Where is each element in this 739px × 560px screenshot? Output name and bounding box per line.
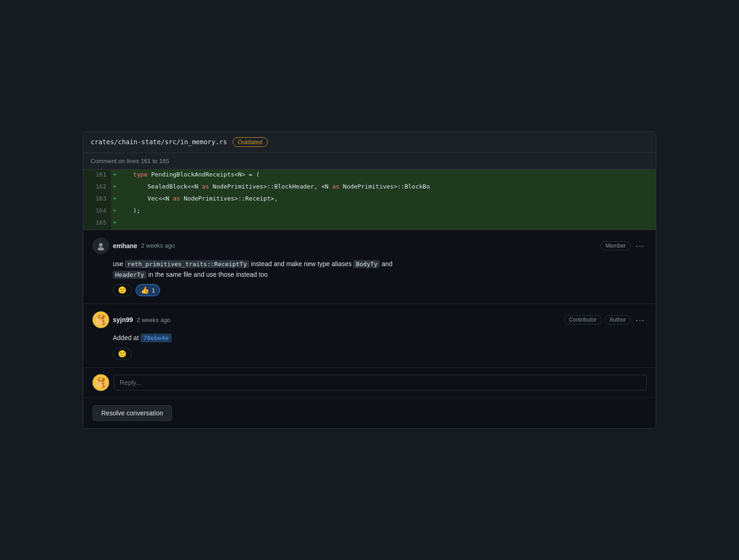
code-block: 161 + type PendingBlockAndReceipts<N> = … [83,170,656,230]
code-line-163: 163 + Vec<<N as NodePrimitives>::Receipt… [83,194,656,206]
code-line-165: 165 + [83,218,656,230]
time-syjn99: 2 weeks ago [137,317,171,323]
body-syjn99: Added at 78ebe4e [113,333,647,343]
code-line-162: 162 + SealedBlock<<N as NodePrimitives>:… [83,182,656,194]
reaction-emoji-btn[interactable]: 🙂 [113,284,132,296]
badge-contributor: Contributor [564,315,602,324]
resolve-section: Resolve conversation [83,398,656,428]
svg-point-1 [98,247,104,250]
reaction-emoji-btn-2[interactable]: 🙂 [113,348,132,360]
review-container: crates/chain-state/src/in_memory.rs Outd… [83,131,656,429]
badge-author: Author [604,315,631,324]
line-code-164: ); [122,206,656,218]
avatar-emhane [92,237,109,254]
commit-link[interactable]: 78ebe4e [141,334,172,342]
outdated-badge: Outdated [233,137,268,147]
line-num-164: 164 [83,206,111,218]
comment-meta-syjn99: 🥞 syjn99 2 weeks ago [92,311,171,328]
badges-emhane: Member ··· [600,240,647,251]
comment-header-emhane: emhane 2 weeks ago Member ··· [92,237,647,254]
reply-section: 🥞 [83,368,656,398]
line-code-163: Vec<<N as NodePrimitives>::Receipt>, [122,194,656,206]
comment-header-syjn99: 🥞 syjn99 2 weeks ago Contributor Author … [92,311,647,328]
resolve-conversation-button[interactable]: Resolve conversation [92,405,172,421]
more-options-syjn99[interactable]: ··· [634,315,647,325]
line-code-162: SealedBlock<<N as NodePrimitives>::Block… [122,182,656,194]
comment-meta-emhane: emhane 2 weeks ago [92,237,175,254]
reactions-emhane: 🙂 👍 1 [113,284,647,296]
lines-comment-label: Comment on lines 161 to 165 [83,153,656,170]
badges-syjn99: Contributor Author ··· [564,315,647,325]
more-options-emhane[interactable]: ··· [634,240,647,251]
code-bodyty: BodyTy [353,260,380,268]
line-code-165 [122,218,656,230]
file-path: crates/chain-state/src/in_memory.rs [91,138,227,146]
time-emhane: 2 weeks ago [141,242,175,249]
reaction-count: 1 [152,287,155,294]
line-ind-162: + [111,182,122,194]
reaction-thumbsup-btn[interactable]: 👍 1 [135,284,160,296]
line-ind-165: + [111,218,122,230]
badge-member: Member [600,241,631,250]
body-emhane: use reth_primitives_traits::ReceiptTy in… [113,259,647,280]
comment-emhane: emhane 2 weeks ago Member ··· use reth_p… [83,230,656,304]
svg-point-0 [99,243,103,247]
author-syjn99: syjn99 [113,316,133,323]
smiley-icon-2: 🙂 [118,350,127,358]
line-num-163: 163 [83,194,111,206]
reply-input[interactable] [114,375,647,390]
line-ind-161: + [111,170,122,182]
line-num-165: 165 [83,218,111,230]
code-line-161: 161 + type PendingBlockAndReceipts<N> = … [83,170,656,182]
file-header: crates/chain-state/src/in_memory.rs Outd… [83,132,656,153]
line-ind-163: + [111,194,122,206]
code-receiptty: reth_primitives_traits::ReceiptTy [125,260,249,268]
comments-section: emhane 2 weeks ago Member ··· use reth_p… [83,230,656,428]
avatar-syjn99: 🥞 [92,311,109,328]
line-code-161: type PendingBlockAndReceipts<N> = ( [122,170,656,182]
avatar-reply: 🥞 [92,374,109,391]
thumbsup-icon: 👍 [141,286,149,294]
line-ind-164: + [111,206,122,218]
code-line-164: 164 + ); [83,206,656,218]
line-num-162: 162 [83,182,111,194]
comment-syjn99: 🥞 syjn99 2 weeks ago Contributor Author … [83,304,656,368]
smiley-icon: 🙂 [118,286,127,294]
line-num-161: 161 [83,170,111,182]
reactions-syjn99: 🙂 [113,348,647,360]
author-emhane: emhane [113,242,137,250]
code-headerty: HeaderTy [113,271,147,279]
